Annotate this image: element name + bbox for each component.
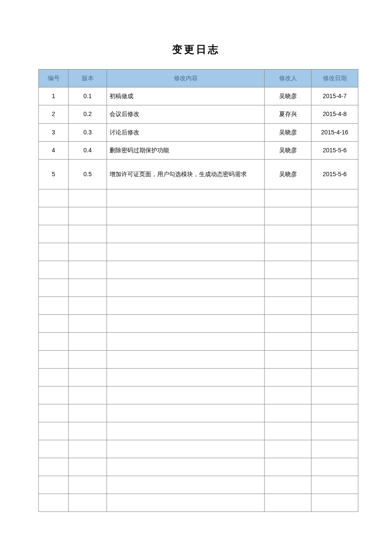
cell-empty xyxy=(69,494,107,511)
cell-date: 2015-4-7 xyxy=(311,87,358,105)
cell-empty xyxy=(39,279,69,296)
cell-version: 0.3 xyxy=(69,123,107,141)
cell-empty xyxy=(69,279,107,296)
cell-empty xyxy=(39,494,69,511)
cell-content: 讨论后修改 xyxy=(107,123,265,141)
cell-empty xyxy=(69,422,107,440)
cell-content: 会议后修改 xyxy=(107,105,265,123)
cell-empty xyxy=(107,476,265,494)
table-row-empty xyxy=(39,296,358,314)
cell-empty xyxy=(39,207,69,225)
table-row-empty xyxy=(39,243,358,261)
cell-date: 2015-4-8 xyxy=(311,105,358,123)
table-row-empty xyxy=(39,261,358,279)
cell-empty xyxy=(39,243,69,261)
cell-num: 4 xyxy=(39,141,69,159)
table-row-empty xyxy=(39,458,358,476)
cell-empty xyxy=(265,279,311,296)
cell-empty xyxy=(69,296,107,314)
cell-empty xyxy=(311,243,358,261)
cell-empty xyxy=(311,368,358,386)
table-row-empty xyxy=(39,279,358,296)
cell-empty xyxy=(311,494,358,511)
table-header-row: 编号 版本 修改内容 修改人 修改日期 xyxy=(39,70,358,87)
cell-empty xyxy=(265,458,311,476)
cell-empty xyxy=(107,207,265,225)
cell-empty xyxy=(39,296,69,314)
table-row: 30.3讨论后修改吴晓彦2015-4-16 xyxy=(39,123,358,141)
cell-author: 夏存兴 xyxy=(265,105,311,123)
table-row: 50.5增加许可证页面，用户勾选模块，生成动态密码需求吴晓彦2015-5-6 xyxy=(39,159,358,189)
cell-version: 0.5 xyxy=(69,159,107,189)
cell-empty xyxy=(69,189,107,207)
cell-author: 吴晓彦 xyxy=(265,87,311,105)
cell-content: 初稿做成 xyxy=(107,87,265,105)
cell-empty xyxy=(107,279,265,296)
cell-empty xyxy=(265,404,311,422)
cell-author: 吴晓彦 xyxy=(265,123,311,141)
cell-empty xyxy=(311,296,358,314)
header-content: 修改内容 xyxy=(107,70,265,87)
cell-empty xyxy=(107,225,265,243)
cell-empty xyxy=(39,314,69,332)
cell-empty xyxy=(39,422,69,440)
cell-empty xyxy=(265,296,311,314)
cell-empty xyxy=(107,350,265,368)
table-row-empty xyxy=(39,440,358,458)
table-row: 10.1初稿做成吴晓彦2015-4-7 xyxy=(39,87,358,105)
cell-empty xyxy=(265,225,311,243)
cell-empty xyxy=(265,476,311,494)
table-row-empty xyxy=(39,225,358,243)
cell-empty xyxy=(69,350,107,368)
page-title: 变更日志 xyxy=(38,43,354,56)
cell-empty xyxy=(265,440,311,458)
cell-empty xyxy=(39,189,69,207)
cell-empty xyxy=(311,189,358,207)
cell-empty xyxy=(265,494,311,511)
table-row-empty xyxy=(39,189,358,207)
cell-empty xyxy=(107,494,265,511)
table-row-empty xyxy=(39,314,358,332)
table-row-empty xyxy=(39,494,358,511)
cell-empty xyxy=(39,225,69,243)
cell-version: 0.4 xyxy=(69,141,107,159)
cell-empty xyxy=(265,368,311,386)
cell-empty xyxy=(107,243,265,261)
cell-date: 2015-4-16 xyxy=(311,123,358,141)
cell-empty xyxy=(69,207,107,225)
cell-empty xyxy=(107,189,265,207)
cell-empty xyxy=(265,207,311,225)
cell-empty xyxy=(39,440,69,458)
table-row-empty xyxy=(39,207,358,225)
cell-empty xyxy=(39,386,69,404)
cell-num: 5 xyxy=(39,159,69,189)
cell-empty xyxy=(39,476,69,494)
table-row-empty xyxy=(39,332,358,350)
table-row: 20.2会议后修改夏存兴2015-4-8 xyxy=(39,105,358,123)
cell-empty xyxy=(69,476,107,494)
cell-empty xyxy=(311,476,358,494)
cell-empty xyxy=(265,350,311,368)
cell-empty xyxy=(311,332,358,350)
cell-empty xyxy=(39,368,69,386)
cell-content: 增加许可证页面，用户勾选模块，生成动态密码需求 xyxy=(107,159,265,189)
table-row-empty xyxy=(39,368,358,386)
cell-empty xyxy=(107,440,265,458)
cell-empty xyxy=(265,261,311,279)
cell-empty xyxy=(311,314,358,332)
cell-empty xyxy=(69,386,107,404)
cell-empty xyxy=(107,422,265,440)
cell-empty xyxy=(311,279,358,296)
cell-empty xyxy=(311,261,358,279)
header-author: 修改人 xyxy=(265,70,311,87)
cell-empty xyxy=(311,422,358,440)
cell-empty xyxy=(311,440,358,458)
cell-empty xyxy=(69,404,107,422)
cell-empty xyxy=(311,350,358,368)
cell-empty xyxy=(311,458,358,476)
cell-empty xyxy=(69,261,107,279)
cell-empty xyxy=(311,207,358,225)
cell-empty xyxy=(107,314,265,332)
cell-empty xyxy=(265,422,311,440)
header-date: 修改日期 xyxy=(311,70,358,87)
